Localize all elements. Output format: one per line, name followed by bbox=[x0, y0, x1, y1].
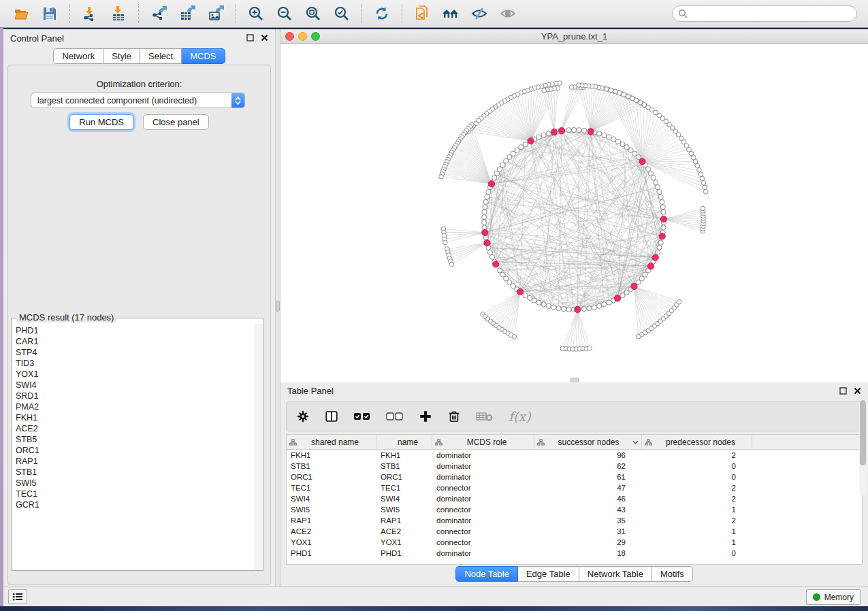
cell-MCDS-role: connector bbox=[432, 504, 534, 515]
attribute-type-icon bbox=[435, 439, 443, 446]
open-folder-icon[interactable] bbox=[11, 4, 31, 23]
mcds-result-item[interactable]: SRD1 bbox=[16, 391, 255, 401]
cell-MCDS-role: connector bbox=[432, 537, 534, 548]
import-table-icon[interactable] bbox=[108, 4, 129, 23]
table-row[interactable]: TEC1TEC1connector472 bbox=[287, 482, 862, 493]
deselect-all-columns-icon[interactable] bbox=[386, 411, 404, 422]
export-image-icon[interactable] bbox=[206, 4, 226, 23]
table-row[interactable]: ORC1ORC1dominator610 bbox=[287, 472, 862, 482]
search-field[interactable] bbox=[672, 5, 857, 22]
show-graphics-details-icon[interactable] bbox=[498, 4, 518, 23]
table-scrollbar-thumb[interactable] bbox=[860, 400, 866, 465]
tab-edge-table[interactable]: Edge Table bbox=[518, 566, 579, 582]
table-row[interactable]: FKH1FKH1dominator962 bbox=[287, 450, 862, 461]
cell-successor-nodes: 43 bbox=[534, 504, 642, 515]
node-table[interactable]: shared namenameMCDS rolesuccessor nodesp… bbox=[286, 434, 863, 565]
toggle-panes-icon[interactable] bbox=[325, 410, 338, 423]
tab-motifs[interactable]: Motifs bbox=[652, 566, 693, 582]
save-icon[interactable] bbox=[39, 4, 60, 23]
float-table-panel-icon[interactable] bbox=[839, 387, 847, 395]
tab-select[interactable]: Select bbox=[140, 48, 182, 64]
network-file-icon[interactable] bbox=[412, 4, 432, 23]
search-input[interactable] bbox=[692, 8, 851, 19]
cell-shared-name: ORC1 bbox=[287, 472, 376, 482]
mcds-result-item[interactable]: PHD1 bbox=[16, 325, 255, 336]
mcds-result-item[interactable]: YOX1 bbox=[16, 369, 255, 380]
column-header-successor-nodes[interactable]: successor nodes bbox=[534, 435, 642, 449]
toolbar-separator bbox=[138, 4, 139, 23]
vertical-splitter-handle[interactable] bbox=[276, 301, 280, 312]
close-panel-icon[interactable] bbox=[261, 34, 268, 42]
cell-MCDS-role: connector bbox=[432, 482, 534, 493]
tab-node-table[interactable]: Node Table bbox=[455, 566, 518, 582]
log-console-button[interactable] bbox=[8, 589, 27, 604]
control-panel-title: Control Panel bbox=[10, 33, 64, 44]
export-table-icon[interactable] bbox=[177, 4, 197, 23]
tab-network-table[interactable]: Network Table bbox=[579, 566, 652, 582]
control-panel-tabs: NetworkStyleSelectMCDS bbox=[3, 48, 275, 64]
table-row[interactable]: ACE2ACE2connector311 bbox=[287, 526, 862, 537]
mcds-result-item[interactable]: ACE2 bbox=[16, 423, 255, 434]
refresh-icon[interactable] bbox=[372, 4, 392, 23]
table-row[interactable]: SWI4SWI4dominator462 bbox=[287, 493, 862, 504]
column-settings-icon[interactable] bbox=[296, 410, 310, 423]
mcds-result-item[interactable]: STP4 bbox=[16, 347, 255, 358]
mcds-list-scrollbar[interactable] bbox=[255, 324, 263, 569]
zoom-in-icon[interactable] bbox=[246, 4, 266, 23]
tab-mcds[interactable]: MCDS bbox=[182, 48, 225, 64]
cell-predecessor-nodes: 2 bbox=[642, 515, 752, 526]
vertical-splitter[interactable] bbox=[275, 29, 280, 587]
add-column-icon[interactable] bbox=[419, 410, 432, 423]
delete-columns-icon[interactable] bbox=[447, 410, 461, 423]
table-scrollbar[interactable] bbox=[859, 400, 867, 495]
cell-predecessor-nodes: 1 bbox=[642, 504, 752, 515]
close-panel-button[interactable]: Close panel bbox=[143, 114, 209, 130]
hide-graphics-details-icon[interactable] bbox=[469, 4, 489, 23]
cell-predecessor-nodes: 1 bbox=[642, 526, 752, 537]
run-mcds-button[interactable]: Run MCDS bbox=[69, 114, 133, 130]
mcds-result-item[interactable]: SWI5 bbox=[16, 478, 255, 489]
mcds-result-item[interactable]: SWI4 bbox=[16, 380, 255, 391]
mcds-result-item[interactable]: RAP1 bbox=[16, 456, 255, 467]
table-row[interactable]: YOX1YOX1connector291 bbox=[287, 537, 862, 548]
mcds-result-item[interactable]: TEC1 bbox=[16, 489, 255, 499]
delete-table-icon bbox=[476, 410, 494, 423]
table-row[interactable]: PHD1PHD1dominator180 bbox=[287, 548, 862, 559]
network-canvas[interactable] bbox=[280, 44, 868, 382]
mcds-result-item[interactable]: GCR1 bbox=[16, 499, 255, 510]
mcds-result-item[interactable]: STB1 bbox=[16, 467, 255, 478]
float-panel-icon[interactable] bbox=[246, 34, 254, 42]
column-header-predecessor-nodes[interactable]: predecessor nodes bbox=[642, 435, 752, 449]
session-home-icon[interactable] bbox=[440, 4, 461, 23]
column-header-shared-name[interactable]: shared name bbox=[287, 435, 376, 449]
memory-label: Memory bbox=[824, 593, 854, 602]
mcds-result-item[interactable]: PMA2 bbox=[16, 401, 255, 412]
mcds-result-item[interactable]: CAR1 bbox=[16, 336, 255, 347]
mcds-result-item[interactable]: TID3 bbox=[16, 358, 255, 369]
memory-button[interactable]: Memory bbox=[806, 589, 861, 605]
toolbar-separator bbox=[69, 4, 70, 23]
criterion-dropdown[interactable]: largest connected component (undirected) bbox=[31, 93, 245, 108]
cell-shared-name: PHD1 bbox=[287, 548, 376, 559]
select-all-columns-icon[interactable] bbox=[353, 411, 371, 422]
tab-style[interactable]: Style bbox=[103, 48, 140, 64]
zoom-selected-icon[interactable] bbox=[332, 4, 352, 23]
table-row[interactable]: STB1STB1dominator620 bbox=[287, 461, 862, 472]
table-panel-title: Table Panel bbox=[287, 386, 334, 396]
tab-network[interactable]: Network bbox=[53, 48, 103, 64]
network-window-titlebar[interactable]: YPA_prune.txt_1 bbox=[280, 29, 868, 44]
mcds-result-item[interactable]: STB5 bbox=[16, 434, 255, 445]
table-row[interactable]: SWI5SWI5connector431 bbox=[287, 504, 862, 515]
column-header-name[interactable]: name bbox=[376, 435, 432, 449]
mcds-result-title: MCDS result (17 nodes) bbox=[16, 312, 116, 323]
mcds-result-list[interactable]: PHD1CAR1STP4TID3YOX1SWI4SRD1PMA2FKH1ACE2… bbox=[12, 324, 255, 569]
zoom-out-icon[interactable] bbox=[274, 4, 295, 23]
mcds-result-item[interactable]: FKH1 bbox=[16, 412, 255, 423]
mcds-result-item[interactable]: ORC1 bbox=[16, 445, 255, 456]
import-network-icon[interactable] bbox=[80, 4, 100, 23]
zoom-fit-icon[interactable] bbox=[303, 4, 323, 23]
table-row[interactable]: RAP1RAP1dominator352 bbox=[287, 515, 862, 526]
export-network-icon[interactable] bbox=[148, 4, 169, 23]
column-header-MCDS-role[interactable]: MCDS role bbox=[432, 435, 534, 449]
close-table-panel-icon[interactable] bbox=[854, 387, 861, 395]
